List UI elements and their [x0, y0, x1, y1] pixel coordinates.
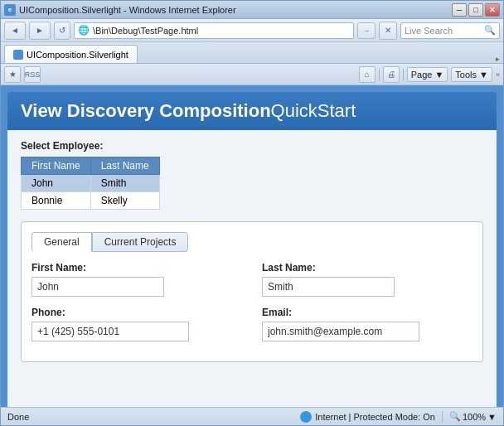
zoom-icon: 🔍	[449, 411, 461, 422]
page-label: Page ▼	[411, 70, 444, 80]
browser-tab-label: UIComposition.Silverlight	[27, 50, 128, 60]
email-input[interactable]	[262, 322, 419, 341]
app-title-bold: View Discovery Composition	[21, 100, 271, 121]
minimize-button[interactable]: ─	[452, 3, 467, 17]
form-row-contact: Phone: Email:	[32, 307, 472, 341]
form-group-first-name: First Name:	[32, 262, 242, 297]
home-icon[interactable]: ⌂	[359, 66, 376, 83]
form-group-email: Email:	[262, 307, 472, 341]
tools-label: Tools ▼	[455, 70, 488, 80]
status-sep	[442, 411, 443, 423]
forward-button[interactable]: ►	[29, 22, 51, 40]
close-button[interactable]: ✕	[485, 3, 500, 17]
first-name-input[interactable]	[32, 277, 164, 297]
row-1-last: Skelly	[90, 192, 159, 210]
phone-input[interactable]	[32, 322, 189, 341]
status-text: Done	[7, 412, 293, 422]
rss-icon[interactable]: RSS	[24, 66, 41, 83]
tab-extras: ▸	[496, 55, 500, 63]
search-icon: 🔍	[484, 25, 496, 36]
row-0-first: John	[22, 175, 91, 192]
tab-bar: UIComposition.Silverlight ▸	[1, 42, 503, 64]
form-row-name: First Name: Last Name:	[32, 262, 472, 297]
phone-label: Phone:	[32, 307, 242, 318]
print-icon[interactable]: 🖨	[383, 66, 400, 83]
refresh-button[interactable]: ↺	[54, 22, 70, 40]
zoom-label: 100%	[463, 412, 486, 422]
col-last-name: Last Name	[90, 157, 159, 175]
search-placeholder: Live Search	[405, 26, 453, 36]
internet-label: Internet | Protected Mode: On	[315, 412, 435, 422]
title-bar-left: e UIComposition.Silverlight - Windows In…	[4, 4, 236, 16]
browser-favicon: e	[4, 4, 16, 16]
form-group-phone: Phone:	[32, 307, 242, 341]
toolbar-sep-1	[379, 69, 380, 80]
nav-bar: ◄ ► ↺ 🌐 \Bin\Debug\TestPage.html → ✕ Liv…	[1, 19, 503, 42]
content-area: View Discovery CompositionQuickStart Sel…	[1, 85, 503, 407]
status-bar: Done 🌐 Internet | Protected Mode: On 🔍 1…	[1, 407, 503, 425]
select-employee-label: Select Employee:	[21, 140, 483, 152]
status-internet: 🌐 Internet | Protected Mode: On	[300, 411, 435, 423]
table-row[interactable]: John Smith	[22, 175, 160, 192]
table-row[interactable]: Bonnie Skelly	[22, 192, 160, 210]
address-bar[interactable]: 🌐 \Bin\Debug\TestPage.html	[74, 22, 354, 39]
new-tab-button[interactable]: ▸	[496, 55, 500, 63]
title-bar: e UIComposition.Silverlight - Windows In…	[1, 1, 503, 19]
address-text: \Bin\Debug\TestPage.html	[93, 26, 198, 36]
tools-menu[interactable]: Tools ▼	[451, 67, 492, 82]
tab-current-projects[interactable]: Current Projects	[92, 232, 189, 252]
title-buttons: ─ □ ✕	[452, 3, 500, 17]
toolbar-expand[interactable]: »	[496, 70, 500, 79]
browser-tab-0[interactable]: UIComposition.Silverlight	[4, 45, 138, 63]
employee-table: First Name Last Name John Smith Bonnie S…	[21, 157, 160, 210]
favorites-icon[interactable]: ★	[4, 66, 21, 83]
window-title: UIComposition.Silverlight - Windows Inte…	[19, 5, 236, 15]
search-bar[interactable]: Live Search 🔍	[400, 22, 500, 39]
app-title-normal: QuickStart	[271, 100, 356, 121]
browser-window: e UIComposition.Silverlight - Windows In…	[0, 0, 504, 426]
globe-icon: 🌐	[300, 411, 312, 423]
first-name-label: First Name:	[32, 262, 242, 274]
content-tabs-header: General Current Projects	[32, 232, 472, 252]
toolbar-bar: ★ RSS ⌂ 🖨 Page ▼ Tools ▼ »	[1, 64, 503, 85]
row-1-first: Bonnie	[22, 192, 91, 210]
maximize-button[interactable]: □	[468, 3, 483, 17]
last-name-label: Last Name:	[262, 262, 472, 274]
content-tab-section: General Current Projects First Name: Las…	[21, 221, 483, 362]
col-first-name: First Name	[22, 157, 91, 175]
tab-favicon	[13, 50, 23, 60]
email-label: Email:	[262, 307, 472, 318]
app-body: Select Employee: First Name Last Name Jo…	[7, 130, 497, 407]
last-name-input[interactable]	[262, 277, 395, 297]
go-button[interactable]: →	[357, 22, 376, 39]
page-menu[interactable]: Page ▼	[407, 67, 448, 82]
back-button[interactable]: ◄	[4, 22, 26, 40]
row-0-last: Smith	[90, 175, 159, 192]
zoom-dropdown-icon[interactable]: ▼	[487, 412, 497, 422]
form-group-last-name: Last Name:	[262, 262, 472, 297]
status-zoom: 🔍 100% ▼	[449, 411, 497, 422]
refresh-stop-button[interactable]: ✕	[379, 22, 397, 40]
tab-general[interactable]: General	[32, 232, 92, 252]
app-header: View Discovery CompositionQuickStart	[7, 92, 497, 130]
toolbar-sep-2	[403, 69, 404, 80]
